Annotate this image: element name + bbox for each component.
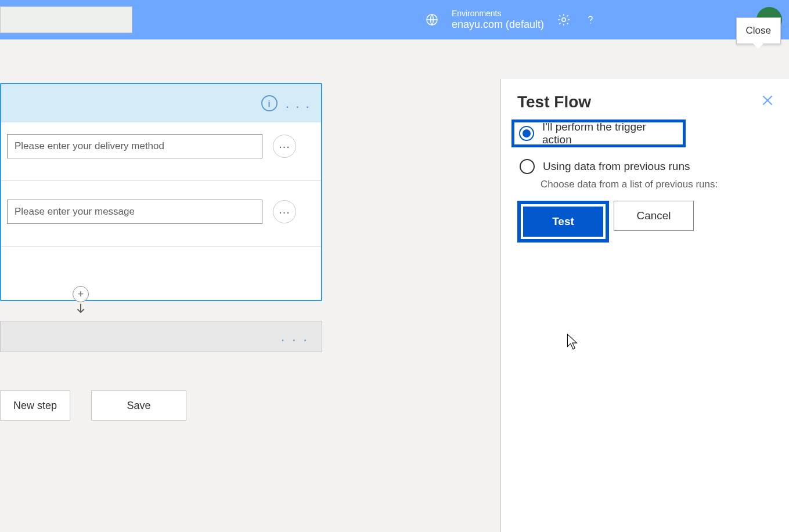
app-header: Environments enayu.com (default): [0, 0, 789, 39]
radio-subtext: Choose data from a list of previous runs…: [541, 179, 773, 190]
action-card[interactable]: . . .: [0, 321, 322, 352]
header-right: Environments enayu.com (default): [425, 9, 597, 31]
trigger-header: i . . .: [1, 84, 321, 122]
radio-unselected-icon: [520, 159, 535, 174]
trigger-body: Please enter your delivery method ··· Pl…: [1, 122, 321, 300]
highlight-box: I'll perform the trigger action: [511, 120, 686, 147]
trigger-card[interactable]: i . . . Please enter your delivery metho…: [0, 83, 322, 301]
input-row: Please enter your message ···: [7, 200, 309, 224]
radio-selected-icon: [519, 126, 534, 141]
svg-point-2: [590, 23, 591, 24]
radio-option-previous-runs[interactable]: Using data from previous runs: [517, 155, 773, 178]
environment-block[interactable]: Environments enayu.com (default): [452, 9, 544, 31]
gear-icon[interactable]: [557, 13, 571, 27]
divider: [1, 246, 321, 247]
field-more-icon[interactable]: ···: [273, 135, 296, 158]
panel-buttons: Test Cancel: [517, 201, 773, 243]
radio-option-previous-runs-wrap: Using data from previous runs Choose dat…: [517, 155, 773, 190]
svg-point-1: [562, 18, 565, 21]
radio-label: Using data from previous runs: [543, 160, 690, 173]
message-input[interactable]: Please enter your message: [7, 200, 262, 224]
test-flow-panel: Test Flow I'll perform the trigger actio…: [500, 79, 789, 532]
field-more-icon[interactable]: ···: [273, 200, 296, 223]
divider: [1, 180, 321, 181]
info-icon[interactable]: i: [261, 95, 278, 111]
radio-option-perform-trigger[interactable]: I'll perform the trigger action: [517, 117, 680, 150]
canvas: i . . . Please enter your delivery metho…: [0, 39, 789, 532]
search-input[interactable]: [0, 6, 132, 33]
help-icon[interactable]: [583, 13, 597, 27]
radio-label: I'll perform the trigger action: [542, 121, 678, 146]
save-button[interactable]: Save: [91, 390, 186, 421]
close-icon[interactable]: [760, 93, 775, 110]
environment-label: Environments: [452, 9, 544, 19]
cursor-pointer-icon: [565, 333, 580, 353]
environment-name: enayu.com (default): [452, 19, 544, 31]
test-button[interactable]: Test: [523, 207, 603, 237]
footer-buttons: New step Save: [0, 390, 186, 421]
trigger-more-icon[interactable]: . . .: [286, 95, 311, 111]
panel-title: Test Flow: [517, 93, 773, 111]
close-tooltip: Close: [736, 17, 781, 44]
add-step-connector: +: [73, 286, 89, 317]
highlight-box: Test: [517, 201, 609, 243]
input-row: Please enter your delivery method ···: [7, 134, 309, 158]
action-more-icon[interactable]: . . .: [281, 328, 309, 345]
new-step-button[interactable]: New step: [0, 390, 70, 421]
cancel-button[interactable]: Cancel: [614, 201, 694, 231]
delivery-method-input[interactable]: Please enter your delivery method: [7, 134, 262, 158]
add-step-button[interactable]: +: [73, 286, 89, 302]
arrow-down-icon: [74, 302, 87, 317]
environment-icon: [425, 13, 439, 27]
